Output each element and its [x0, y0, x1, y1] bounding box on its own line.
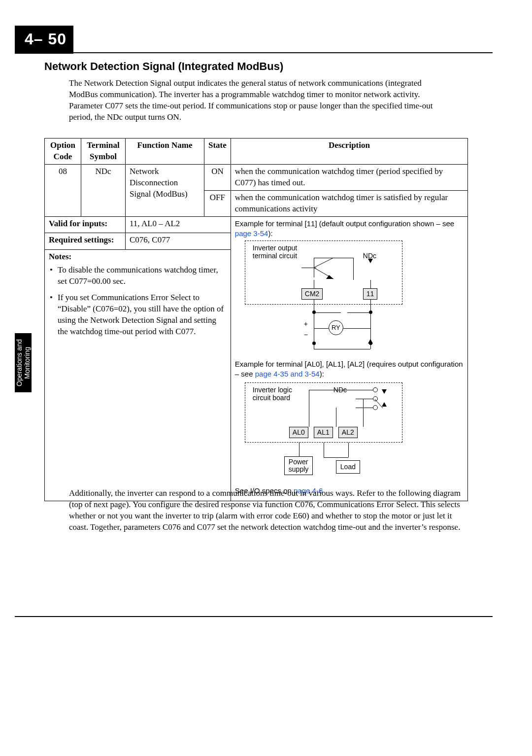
cell-required-settings-label: Required settings:: [45, 233, 126, 250]
header-rule: [15, 52, 493, 53]
th-option-code: Option Code: [45, 138, 81, 165]
cell-state-off: OFF: [204, 190, 231, 216]
cell-valid-inputs-label: Valid for inputs:: [45, 216, 126, 233]
th-terminal-symbol: Terminal Symbol: [81, 138, 126, 165]
cell-terminal-symbol: NDc: [81, 164, 126, 216]
th-state: State: [204, 138, 231, 165]
label-power-supply: Powersupply: [284, 456, 313, 476]
cell-valid-inputs-value: 11, AL0 – AL2: [126, 216, 231, 233]
note-item: To disable the communications watchdog t…: [49, 265, 227, 287]
table-row: Valid for inputs: 11, AL0 – AL2 Example …: [45, 216, 468, 233]
cell-required-settings-value: C076, C077: [126, 233, 231, 250]
page-number: 4– 50: [15, 26, 73, 54]
label-al0: AL0: [289, 427, 308, 438]
svg-line-3: [375, 399, 383, 408]
label-al2: AL2: [338, 427, 358, 438]
closing-paragraph: Additionally, the inverter can respond t…: [69, 488, 463, 533]
side-tab: Operations and Monitoring: [15, 333, 32, 392]
cell-function-name: Network Disconnection Signal (ModBus): [126, 164, 204, 216]
intro-paragraph: The Network Detection Signal output indi…: [69, 78, 448, 123]
th-description: Description: [231, 138, 467, 165]
diagram-terminal-11: Inverter output terminal circuit NDc CM2…: [235, 241, 417, 356]
note-item: If you set Communications Error Select t…: [49, 292, 227, 338]
notes-label: Notes:: [49, 252, 71, 261]
link-page-4-35-3-54[interactable]: page 4-35 and 3-54: [255, 370, 320, 378]
cell-example-diagrams: Example for terminal [11] (default outpu…: [231, 216, 467, 501]
footer-rule: [15, 616, 493, 617]
table-header-row: Option Code Terminal Symbol Function Nam…: [45, 138, 468, 165]
relay-ry: RY: [329, 320, 343, 335]
parameter-table: Option Code Terminal Symbol Function Nam…: [44, 138, 468, 501]
table-row: 08 NDc Network Disconnection Signal (Mod…: [45, 164, 468, 190]
label-11: 11: [363, 288, 378, 300]
label-load: Load: [336, 460, 360, 474]
example2-caption: Example for terminal [AL0], [AL1], [AL2]…: [235, 359, 464, 379]
th-function-name: Function Name: [126, 138, 204, 165]
svg-line-0: [314, 258, 333, 268]
cell-desc-on: when the communication watchdog timer (p…: [231, 164, 467, 190]
link-page-3-54[interactable]: page 3-54: [235, 229, 268, 238]
cell-desc-off: when the communication watchdog timer is…: [231, 190, 467, 216]
example1-caption: Example for terminal [11] (default outpu…: [235, 219, 464, 239]
diagram-terminal-al: Inverter logic circuit board NDc: [235, 382, 417, 481]
section-heading: Network Detection Signal (Integrated Mod…: [44, 59, 283, 74]
label-cm2: CM2: [301, 288, 323, 300]
label-al1: AL1: [314, 427, 333, 438]
cell-state-on: ON: [204, 164, 231, 190]
cell-notes: Notes: To disable the communications wat…: [45, 249, 231, 501]
cell-option-code: 08: [45, 164, 81, 216]
